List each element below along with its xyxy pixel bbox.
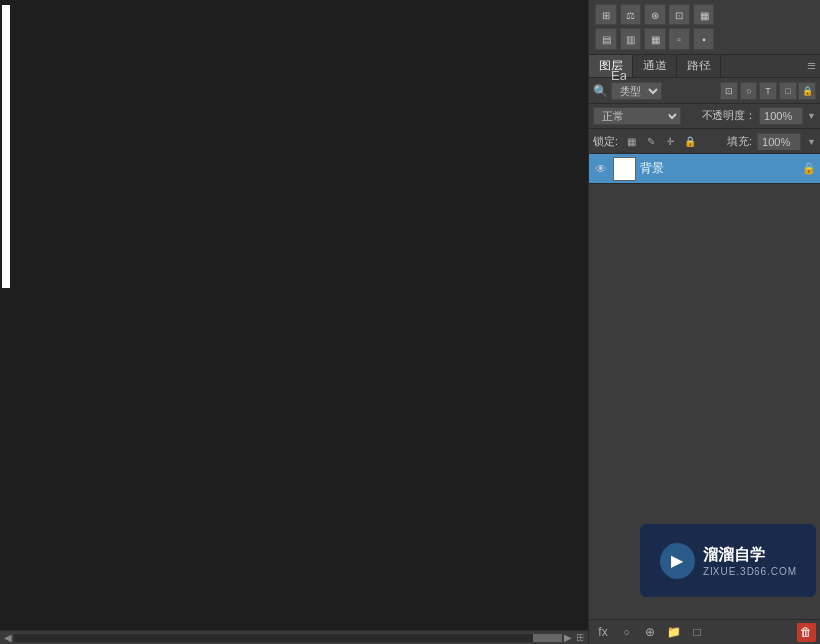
watermark-play-icon: ▶ bbox=[671, 551, 683, 570]
icon-row-2: ▤ ▥ ▦ ▫ ▪ bbox=[595, 28, 814, 50]
opacity-input[interactable]: 100% bbox=[759, 107, 803, 125]
tab-paths[interactable]: 路径 bbox=[677, 55, 721, 77]
layer-thumbnail bbox=[613, 157, 636, 181]
tool-icon-9[interactable]: ▫ bbox=[669, 28, 690, 50]
fill-arrow[interactable]: ▼ bbox=[807, 137, 816, 147]
blend-row: 正常 不透明度： 100% ▼ bbox=[589, 104, 820, 129]
tool-icon-6[interactable]: ▤ bbox=[595, 28, 617, 50]
lock-transparency-icon[interactable]: ▦ bbox=[624, 134, 639, 150]
scroll-left-arrow[interactable]: ◀ bbox=[4, 632, 12, 643]
filter-icon-smart[interactable]: 🔒 bbox=[798, 82, 816, 100]
top-icon-area: ⊞ ⚖ ⊛ ⊡ ▦ Ea ▤ ▥ ▦ ▫ ▪ bbox=[589, 0, 820, 55]
filter-icon-text[interactable]: T bbox=[759, 82, 777, 100]
lock-row: 锁定: ▦ ✎ ✛ 🔒 填充: 100% ▼ bbox=[589, 129, 820, 154]
new-adjustment-button[interactable]: ⊕ bbox=[640, 623, 660, 642]
tool-icon-3[interactable]: ⊛ bbox=[644, 4, 666, 25]
new-group-button[interactable]: 📁 bbox=[664, 623, 683, 642]
canvas-bottom-icon: ⊞ bbox=[576, 631, 584, 644]
blend-mode-dropdown[interactable]: 正常 bbox=[593, 107, 681, 125]
layer-item-background[interactable]: 👁 背景 🔒 bbox=[589, 154, 820, 184]
opacity-arrow[interactable]: ▼ bbox=[807, 111, 816, 121]
icon-row-1: ⊞ ⚖ ⊛ ⊡ ▦ Ea bbox=[595, 4, 814, 25]
watermark-logo: ▶ bbox=[660, 543, 695, 579]
canvas-scrollbar[interactable]: ◀ ▶ ⊞ bbox=[0, 630, 588, 644]
tool-icon-10[interactable]: ▪ bbox=[693, 28, 714, 50]
scroll-right-arrow[interactable]: ▶ bbox=[564, 632, 572, 643]
layers-bottom-bar: fx ○ ⊕ 📁 □ 🗑 bbox=[589, 619, 820, 644]
canvas-container bbox=[0, 0, 588, 630]
layer-visibility-toggle[interactable]: 👁 bbox=[593, 161, 609, 177]
lock-paint-icon[interactable]: ✎ bbox=[643, 134, 659, 150]
layer-lock-icon: 🔒 bbox=[802, 162, 816, 175]
opacity-label: 不透明度： bbox=[702, 108, 755, 123]
ea-label: Ea bbox=[611, 68, 626, 83]
add-mask-button[interactable]: ○ bbox=[617, 623, 636, 642]
filter-search-icon: 🔍 bbox=[593, 84, 608, 98]
tab-channels[interactable]: 通道 bbox=[633, 55, 677, 77]
add-style-button[interactable]: fx bbox=[593, 623, 613, 642]
filter-icon-adjust[interactable]: ○ bbox=[740, 82, 757, 100]
right-panel: ⊞ ⚖ ⊛ ⊡ ▦ Ea ▤ ▥ ▦ ▫ ▪ bbox=[588, 0, 820, 644]
tool-icon-2[interactable]: ⚖ bbox=[620, 4, 641, 25]
layers-panel: 图层 通道 路径 ☰ 🔍 类型 ⊡ ○ T □ 🔒 bbox=[589, 55, 820, 644]
watermark-overlay: ▶ 溜溜自学 ZIXUE.3D66.COM bbox=[640, 524, 816, 597]
document-edge bbox=[2, 5, 10, 288]
scroll-thumb[interactable] bbox=[533, 634, 562, 642]
watermark-text: 溜溜自学 ZIXUE.3D66.COM bbox=[703, 545, 797, 577]
canvas-area: ◀ ▶ ⊞ bbox=[0, 0, 588, 644]
filter-icon-shape[interactable]: □ bbox=[779, 82, 797, 100]
filter-icon-pixel[interactable]: ⊡ bbox=[720, 82, 738, 100]
watermark-title: 溜溜自学 bbox=[703, 545, 797, 566]
delete-layer-button[interactable]: 🗑 bbox=[797, 623, 816, 642]
layer-name: 背景 bbox=[640, 160, 798, 177]
panel-menu-button[interactable]: ☰ bbox=[807, 61, 816, 71]
tool-icon-8[interactable]: ▦ bbox=[644, 28, 666, 50]
filter-type-dropdown[interactable]: 类型 bbox=[611, 82, 662, 100]
new-layer-button[interactable]: □ bbox=[687, 623, 707, 642]
filter-icons: ⊡ ○ T □ 🔒 bbox=[720, 82, 816, 100]
fill-label: 填充: bbox=[727, 134, 752, 149]
watermark-subtitle: ZIXUE.3D66.COM bbox=[703, 566, 797, 577]
tool-icon-5[interactable]: ▦ bbox=[693, 4, 714, 25]
lock-icons-group: ▦ ✎ ✛ 🔒 bbox=[624, 134, 698, 150]
lock-all-icon[interactable]: 🔒 bbox=[682, 134, 698, 150]
tool-icon-1[interactable]: ⊞ bbox=[595, 4, 617, 25]
layers-content: ▶ 溜溜自学 ZIXUE.3D66.COM bbox=[589, 184, 820, 619]
lock-label: 锁定: bbox=[593, 134, 618, 149]
lock-move-icon[interactable]: ✛ bbox=[663, 134, 678, 150]
tool-icon-7[interactable]: ▥ bbox=[620, 28, 641, 50]
tool-icon-4[interactable]: ⊡ bbox=[669, 4, 690, 25]
scroll-track[interactable] bbox=[14, 634, 562, 642]
fill-input[interactable]: 100% bbox=[757, 133, 801, 150]
